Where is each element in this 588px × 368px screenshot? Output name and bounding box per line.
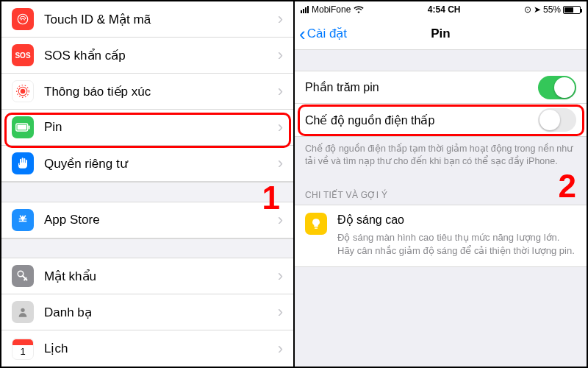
wifi-icon: [354, 6, 364, 13]
carrier-label: MobiFone: [312, 4, 351, 15]
svg-rect-6: [18, 125, 27, 130]
setting-label: Phần trăm pin: [305, 80, 538, 94]
appstore-icon: [12, 209, 34, 231]
chevron-right-icon: ›: [278, 118, 283, 137]
settings-row-sos[interactable]: SOS SOS khẩn cấp ›: [1, 38, 293, 74]
insight-title: Độ sáng cao: [337, 213, 576, 227]
settings-row-contacts[interactable]: Danh bạ ›: [1, 294, 293, 330]
contacts-icon: [12, 301, 34, 323]
battery-percentage-row[interactable]: Phần trăm pin: [295, 71, 587, 104]
step1-number: 1: [262, 180, 280, 216]
alarm-icon: ⊙: [524, 4, 531, 15]
battery-icon: [12, 116, 34, 138]
exposure-icon: [12, 80, 34, 102]
signal-bars-icon: [301, 6, 309, 13]
chevron-right-icon: ›: [278, 10, 283, 29]
low-power-mode-row[interactable]: Chế độ nguồn điện thấp: [295, 104, 587, 137]
settings-row-privacy[interactable]: Quyền riêng tư ›: [1, 146, 293, 182]
svg-point-8: [21, 308, 24, 312]
step2-number: 2: [559, 168, 576, 205]
row-label: Touch ID & Mật mã: [44, 12, 273, 27]
row-label: SOS khẩn cấp: [44, 48, 273, 63]
low-power-mode-toggle[interactable]: [538, 108, 576, 132]
settings-row-appstore[interactable]: App Store ›: [1, 202, 293, 238]
row-label: Mật khẩu: [44, 269, 273, 284]
row-label: Quyền riêng tư: [44, 156, 273, 171]
chevron-right-icon: ›: [278, 154, 283, 173]
sos-icon: SOS: [12, 44, 34, 66]
touchid-icon: [12, 8, 34, 30]
insight-desc: Độ sáng màn hình cao tiêu thụ mức năng l…: [337, 231, 576, 263]
chevron-right-icon: ›: [278, 46, 283, 65]
battery-status-icon: [563, 6, 581, 14]
chevron-right-icon: ›: [278, 266, 283, 286]
settings-row-passwords[interactable]: Mật khẩu ›: [1, 258, 293, 294]
calendar-icon: 1: [12, 338, 34, 360]
section-gap: [1, 182, 293, 202]
settings-row-exposure[interactable]: Thông báo tiếp xúc ›: [1, 74, 293, 110]
row-label: Danh bạ: [44, 305, 273, 320]
row-label: App Store: [44, 213, 273, 227]
insights-header: CHI TIẾT VÀ GỢI Ý: [295, 178, 587, 205]
back-label: Cài đặt: [307, 26, 347, 41]
key-icon: [12, 265, 34, 287]
battery-percentage-toggle[interactable]: [538, 76, 576, 99]
battery-percent: 55%: [543, 4, 561, 15]
hand-icon: [12, 152, 34, 174]
setting-label: Chế độ nguồn điện thấp: [305, 113, 538, 127]
location-icon: ➤: [534, 4, 541, 15]
battery-detail-pane: MobiFone 4:54 CH ⊙ ➤ 55% ‹ Cài đặt Pin: [295, 1, 587, 367]
chevron-right-icon: ›: [278, 339, 283, 358]
bulb-icon: [305, 213, 327, 235]
svg-rect-5: [29, 126, 30, 130]
chevron-right-icon: ›: [278, 302, 283, 322]
status-bar: MobiFone 4:54 CH ⊙ ➤ 55%: [295, 1, 587, 18]
settings-row-calendar[interactable]: 1 Lịch ›: [1, 330, 293, 367]
row-label: Lịch: [44, 341, 273, 356]
low-power-footer: Chế độ nguồn điện thấp tạm thời giảm hoạ…: [295, 137, 587, 178]
svg-point-0: [18, 14, 28, 24]
settings-row-touchid[interactable]: Touch ID & Mật mã ›: [1, 1, 293, 38]
battery-scroll[interactable]: Phần trăm pin Chế độ nguồn điện thấp Chế…: [295, 50, 587, 367]
brightness-insight[interactable]: Độ sáng cao Độ sáng màn hình cao tiêu th…: [295, 205, 587, 267]
row-label: Thông báo tiếp xúc: [44, 84, 273, 99]
chevron-left-icon: ‹: [299, 24, 306, 43]
nav-bar: ‹ Cài đặt Pin: [295, 18, 587, 50]
status-time: 4:54 CH: [364, 4, 524, 15]
section-gap: [1, 238, 293, 258]
row-label: Pin: [44, 120, 273, 135]
svg-point-1: [21, 89, 26, 94]
settings-row-battery[interactable]: Pin ›: [1, 110, 293, 146]
back-button[interactable]: ‹ Cài đặt: [295, 24, 347, 43]
settings-list-pane: Touch ID & Mật mã › SOS SOS khẩn cấp › T…: [1, 1, 295, 367]
chevron-right-icon: ›: [278, 82, 283, 101]
